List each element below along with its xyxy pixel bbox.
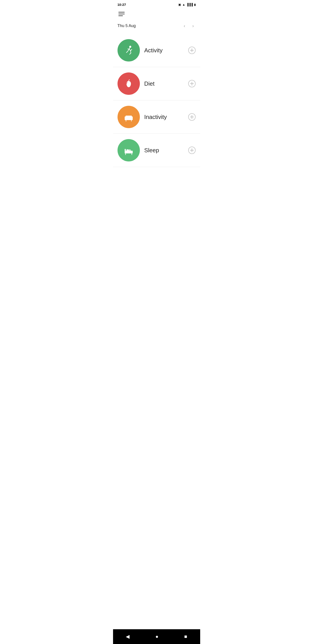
svg-point-0: [129, 46, 131, 48]
battery-icon: ▮: [194, 3, 196, 6]
diet-add-button[interactable]: [188, 80, 196, 88]
category-item-diet[interactable]: Diet: [113, 67, 200, 100]
category-item-inactivity[interactable]: Inactivity: [113, 100, 200, 134]
hamburger-line-1: [118, 12, 125, 12]
activity-label: Activity: [144, 47, 188, 54]
svg-point-20: [128, 149, 131, 151]
current-date: Thu 5 Aug: [117, 24, 136, 28]
svg-rect-17: [125, 151, 133, 154]
sleep-add-button[interactable]: [188, 146, 196, 154]
header: [113, 8, 200, 20]
menu-button[interactable]: [117, 11, 126, 17]
status-icons: ▣ ▲ ▐▐▐ ▮: [178, 3, 196, 6]
category-item-activity[interactable]: Activity: [113, 34, 200, 67]
sim-icon: ▣: [178, 3, 181, 6]
prev-date-button[interactable]: ‹: [182, 22, 187, 29]
hamburger-line-2: [118, 14, 125, 14]
activity-add-button[interactable]: [188, 46, 196, 54]
inactivity-icon-wrap: [117, 106, 140, 128]
add-icon: [188, 80, 196, 88]
svg-rect-18: [125, 149, 126, 154]
diet-label: Diet: [144, 80, 188, 87]
inactivity-icon: [123, 111, 134, 123]
recents-button[interactable]: ■: [180, 632, 191, 641]
add-icon: [188, 46, 196, 54]
hamburger-line-3: [118, 16, 123, 16]
date-nav-arrows: ‹ ›: [182, 22, 196, 29]
activity-icon: [123, 44, 134, 56]
add-icon: [188, 113, 196, 121]
status-time: 10:27: [117, 3, 126, 6]
diet-icon: [123, 78, 134, 90]
svg-rect-10: [125, 116, 126, 120]
home-button[interactable]: ●: [151, 632, 163, 641]
signal-icon: ▐▐▐: [187, 3, 193, 6]
status-bar: 10:27 ▣ ▲ ▐▐▐ ▮: [113, 0, 200, 8]
add-icon: [188, 146, 196, 154]
bottom-navigation: ◀ ● ■: [113, 629, 200, 644]
date-navigation: Thu 5 Aug ‹ ›: [113, 20, 200, 34]
category-item-sleep[interactable]: Sleep: [113, 134, 200, 167]
sleep-label: Sleep: [144, 147, 188, 154]
inactivity-label: Inactivity: [144, 114, 188, 120]
sleep-icon: [123, 144, 134, 156]
inactivity-add-button[interactable]: [188, 113, 196, 121]
next-date-button[interactable]: ›: [191, 22, 196, 29]
sleep-icon-wrap: [117, 139, 140, 162]
activity-icon-wrap: [117, 39, 140, 62]
svg-rect-9: [126, 116, 132, 118]
categories-list: Activity Diet: [113, 34, 200, 629]
diet-icon-wrap: [117, 72, 140, 95]
wifi-icon: ▲: [182, 3, 185, 6]
back-button[interactable]: ◀: [121, 632, 134, 641]
svg-rect-11: [131, 116, 133, 120]
